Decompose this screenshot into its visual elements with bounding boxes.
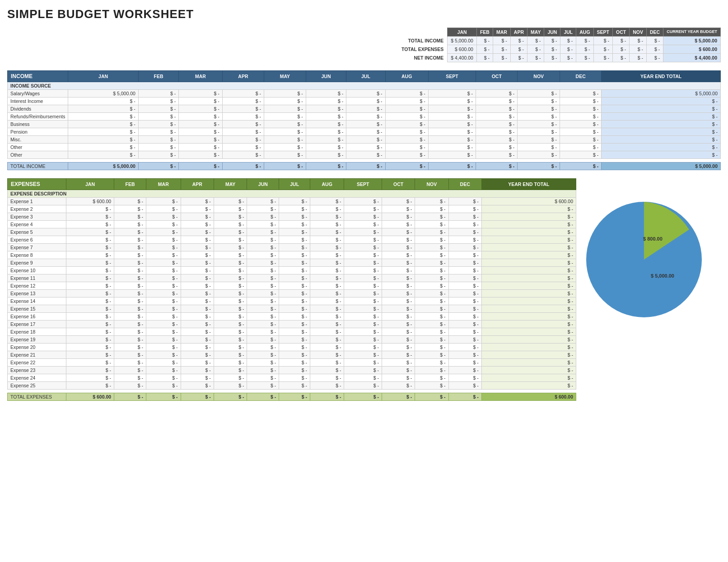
- expense-cell: $ -: [279, 205, 310, 213]
- expense-cell: $ -: [146, 359, 181, 367]
- expense-cell: $ -: [146, 221, 181, 228]
- expense-cell: $ -: [415, 198, 448, 205]
- expense-cell: $ -: [279, 328, 310, 336]
- income-cell: $ -: [560, 113, 602, 121]
- expense-row: Expense 19$ -$ -$ -$ -$ -$ -$ -$ -$ -$ -…: [8, 336, 576, 344]
- expense-cell: $ -: [344, 328, 382, 336]
- expense-cell: $ -: [344, 236, 382, 244]
- expense-cell: $ -: [415, 328, 448, 336]
- expense-cell: $ -: [181, 259, 214, 267]
- expense-cell: $ -: [114, 282, 146, 290]
- expense-cell: $ -: [310, 313, 344, 320]
- income-cell: $ -: [518, 90, 560, 98]
- expense-cell: $ -: [279, 213, 310, 221]
- expense-year-end-cell: $ -: [481, 328, 576, 336]
- expense-row: Expense 11$ -$ -$ -$ -$ -$ -$ -$ -$ -$ -…: [8, 274, 576, 282]
- expense-cell: $ -: [214, 228, 247, 236]
- expense-row: Expense 17$ -$ -$ -$ -$ -$ -$ -$ -$ -$ -…: [8, 320, 576, 328]
- expense-cell: $ -: [415, 320, 448, 328]
- expense-cell: $ -: [181, 274, 214, 282]
- expense-cell: $ -: [114, 305, 146, 313]
- expense-cell: $ -: [279, 228, 310, 236]
- summary-cell: $ -: [593, 45, 612, 54]
- expense-cell: $ -: [114, 213, 146, 221]
- income-cell: $ -: [264, 113, 306, 121]
- expense-cell: $ -: [214, 359, 247, 367]
- summary-cell: $ -: [560, 54, 576, 62]
- summary-cell: $ -: [527, 54, 544, 62]
- expense-year-end-cell: $ -: [481, 351, 576, 359]
- expense-cell: $ -: [415, 251, 448, 259]
- expense-cell: $ -: [146, 344, 181, 351]
- expense-cell: $ -: [415, 236, 448, 244]
- expense-cell: $ -: [247, 305, 279, 313]
- income-cell: $ -: [385, 144, 428, 151]
- income-cell: $ -: [222, 128, 264, 136]
- summary-cell: $ -: [560, 45, 576, 54]
- summary-cell: $ -: [476, 54, 493, 62]
- expense-cell: $ -: [310, 274, 344, 282]
- pie-chart-section: $ 5,000.00 $ 800.00: [576, 178, 721, 323]
- expense-cell: $ -: [279, 274, 310, 282]
- expense-cell: $ -: [310, 221, 344, 228]
- expense-cell: $ -: [344, 313, 382, 320]
- expense-row: Expense 4$ -$ -$ -$ -$ -$ -$ -$ -$ -$ -$…: [8, 221, 576, 228]
- expense-cell: $ -: [448, 290, 481, 297]
- summary-cell: $ -: [560, 37, 576, 45]
- income-cell: $ -: [306, 90, 346, 98]
- income-cell: $ -: [346, 98, 385, 105]
- income-cell: $ -: [306, 113, 346, 121]
- expense-cell: $ -: [247, 313, 279, 320]
- expense-year-end-cell: $ -: [481, 236, 576, 244]
- expense-cell: $ -: [448, 205, 481, 213]
- expense-cell: $ -: [344, 367, 382, 374]
- income-year-end-cell: $ -: [602, 128, 721, 136]
- expense-cell: $ -: [66, 320, 114, 328]
- expense-cell: $ -: [247, 297, 279, 305]
- expense-cell: $ -: [344, 221, 382, 228]
- income-cell: $ -: [179, 90, 223, 98]
- expense-cell: $ -: [146, 236, 181, 244]
- income-cell: $ -: [179, 128, 223, 136]
- expense-cell: $ -: [415, 267, 448, 274]
- expense-cell: $ -: [344, 267, 382, 274]
- expense-cell: $ -: [382, 328, 415, 336]
- summary-cell: $ -: [576, 37, 593, 45]
- expense-cell: $ -: [146, 320, 181, 328]
- expense-cell: $ -: [382, 213, 415, 221]
- expense-cell: $ -: [310, 244, 344, 251]
- summary-cell: $ 5,000.00: [448, 37, 477, 45]
- income-cell: $ -: [138, 105, 178, 113]
- income-row: Interest Income$ -$ -$ -$ -$ -$ -$ -$ -$…: [8, 98, 721, 105]
- summary-cell: $ -: [510, 54, 527, 62]
- expense-cell: $ -: [310, 351, 344, 359]
- income-cell: $ -: [385, 113, 428, 121]
- income-cell: $ -: [518, 98, 560, 105]
- expense-year-end-cell: $ -: [481, 320, 576, 328]
- summary-row: TOTAL INCOME$ 5,000.00$ -$ -$ -$ -$ -$ -…: [398, 37, 721, 45]
- expense-cell: $ -: [415, 205, 448, 213]
- summary-cell: $ -: [510, 37, 527, 45]
- expense-cell: $ -: [247, 198, 279, 205]
- expense-cell: $ -: [181, 251, 214, 259]
- expense-cell: $ -: [214, 328, 247, 336]
- expense-cell: $ -: [382, 374, 415, 382]
- expense-cell: $ -: [382, 297, 415, 305]
- income-cell: $ -: [476, 144, 518, 151]
- income-cell: $ -: [306, 121, 346, 128]
- expense-year-end-cell: $ -: [481, 374, 576, 382]
- expense-cell: $ -: [146, 328, 181, 336]
- expense-cell: $ -: [66, 367, 114, 374]
- summary-cell: $ -: [613, 37, 630, 45]
- expense-cell: $ -: [279, 297, 310, 305]
- expense-cell: $ -: [146, 336, 181, 344]
- expense-cell: $ -: [382, 259, 415, 267]
- income-cell: $ -: [518, 151, 560, 159]
- expense-cell: $ -: [415, 228, 448, 236]
- page-title: SIMPLE BUDGET WORKSHEET: [7, 7, 721, 21]
- expense-cell: $ -: [214, 213, 247, 221]
- expense-year-end-cell: $ -: [481, 344, 576, 351]
- summary-row: NET INCOME$ 4,400.00$ -$ -$ -$ -$ -$ -$ …: [398, 54, 721, 62]
- expense-cell: $ -: [114, 251, 146, 259]
- expense-cell: $ -: [114, 267, 146, 274]
